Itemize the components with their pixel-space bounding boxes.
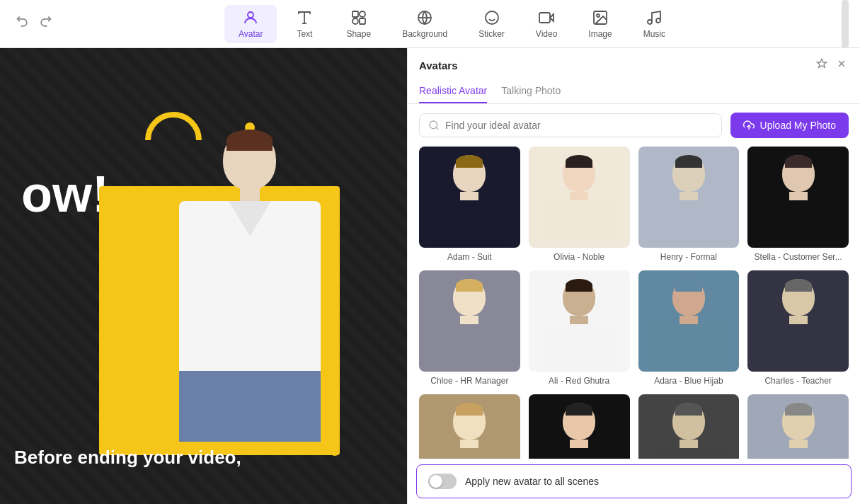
avatar-label-henry: Henry - Formal <box>660 252 717 262</box>
svg-rect-5 <box>352 18 358 24</box>
toolbar-right <box>842 0 849 48</box>
toolbar-item-image[interactable]: Image <box>574 5 626 43</box>
toggle-switch[interactable] <box>428 474 457 489</box>
undo-button[interactable] <box>11 12 34 35</box>
toolbar-items: Avatar Text Shape Background <box>62 5 842 43</box>
toolbar-image-label: Image <box>588 29 612 39</box>
toolbar-left <box>11 12 57 35</box>
avatar-card-r1[interactable] <box>419 394 520 459</box>
toolbar-item-video[interactable]: Video <box>522 5 571 43</box>
canvas-background: ow! <box>0 48 407 504</box>
panel-pin-button[interactable] <box>815 57 829 74</box>
toolbar-music-label: Music <box>643 29 665 39</box>
avatar-grid: Adam - Suit Olivia - Noble <box>408 147 860 459</box>
svg-rect-4 <box>360 11 365 17</box>
avatar-card-r2[interactable] <box>529 394 630 459</box>
svg-point-20 <box>430 121 437 129</box>
svg-point-9 <box>486 11 498 24</box>
toolbar-background-label: Background <box>402 29 447 39</box>
yellow-dot-2 <box>330 446 340 456</box>
search-icon <box>428 120 440 131</box>
panel-bottom: Apply new avatar to all scenes <box>416 464 852 498</box>
avatar-card-r4[interactable] <box>747 394 849 459</box>
canvas-text-bottom: Before ending your video, <box>14 447 241 469</box>
search-bar: Upload My Photo <box>408 104 860 147</box>
tab-realistic-avatar[interactable]: Realistic Avatar <box>419 79 487 103</box>
avatar-card-chloe[interactable]: Chloe - HR Manager <box>419 270 520 386</box>
toolbar-text-label: Text <box>297 29 312 39</box>
avatar-card-olivia[interactable]: Olivia - Noble <box>529 147 630 262</box>
toolbar-item-avatar[interactable]: Avatar <box>224 5 277 43</box>
toolbar-item-music[interactable]: Music <box>629 5 680 43</box>
canvas-area: ow! <box>0 48 407 504</box>
panel-tabs: Realistic Avatar Talking Photo <box>408 74 860 104</box>
avatar-card-adam[interactable]: Adam - Suit <box>419 147 520 262</box>
panel-header-actions <box>815 57 849 74</box>
avatar-card-stella[interactable]: Stella - Customer Ser... <box>747 147 849 262</box>
toolbar-sticker-label: Sticker <box>478 29 505 39</box>
panel-header: Avatars <box>408 48 860 74</box>
toggle-knob <box>430 475 442 488</box>
avatar-label-olivia: Olivia - Noble <box>554 252 604 262</box>
redo-button[interactable] <box>34 12 57 35</box>
search-input-wrapper <box>419 113 722 137</box>
tab-talking-photo[interactable]: Talking Photo <box>501 79 561 103</box>
avatar-label-stella: Stella - Customer Ser... <box>755 252 842 262</box>
panel-close-button[interactable] <box>835 57 849 74</box>
avatar-card-ali[interactable]: Ali - Red Ghutra <box>529 270 630 386</box>
avatar-card-r3[interactable] <box>638 394 740 459</box>
svg-point-16 <box>648 20 652 24</box>
svg-line-21 <box>436 127 438 130</box>
svg-point-0 <box>248 12 253 18</box>
upload-photo-button[interactable]: Upload My Photo <box>730 113 849 138</box>
avatar-card-henry[interactable]: Henry - Formal <box>638 147 740 262</box>
svg-point-15 <box>597 14 600 17</box>
svg-rect-12 <box>539 13 550 23</box>
avatar-label-ali: Ali - Red Ghutra <box>549 376 609 386</box>
svg-rect-3 <box>352 11 358 17</box>
toolbar-item-text[interactable]: Text <box>280 5 329 43</box>
avatar-label-charles: Charles - Teacher <box>764 376 832 386</box>
search-input[interactable] <box>445 120 713 131</box>
toolbar-video-label: Video <box>536 29 557 39</box>
panel-title: Avatars <box>419 59 457 71</box>
avatar-card-adara[interactable]: Adara - Blue Hijab <box>638 270 740 386</box>
canvas-text-ow: ow! <box>0 165 109 223</box>
avatars-panel: Avatars Realistic Avatar Talking Photo <box>407 48 860 504</box>
toolbar-shape-label: Shape <box>346 29 371 39</box>
avatar-label-chloe: Chloe - HR Manager <box>430 376 508 386</box>
avatar-label-adam: Adam - Suit <box>447 252 492 262</box>
toolbar-avatar-label: Avatar <box>239 29 263 39</box>
toolbar-item-shape[interactable]: Shape <box>332 5 385 43</box>
main-area: ow! <box>0 48 860 504</box>
toolbar-item-background[interactable]: Background <box>388 5 461 43</box>
toggle-label: Apply new avatar to all scenes <box>465 476 599 487</box>
toolbar: Avatar Text Shape Background <box>0 0 860 48</box>
toolbar-scrollbar[interactable] <box>842 0 849 48</box>
upload-btn-label: Upload My Photo <box>760 120 836 131</box>
avatar-card-charles[interactable]: Charles - Teacher <box>747 270 849 386</box>
toolbar-item-sticker[interactable]: Sticker <box>464 5 519 43</box>
svg-rect-6 <box>360 18 365 24</box>
canvas-avatar[interactable] <box>156 115 343 483</box>
svg-point-17 <box>656 18 660 23</box>
upload-icon <box>743 120 755 131</box>
avatar-label-adara: Adara - Blue Hijab <box>654 376 723 386</box>
